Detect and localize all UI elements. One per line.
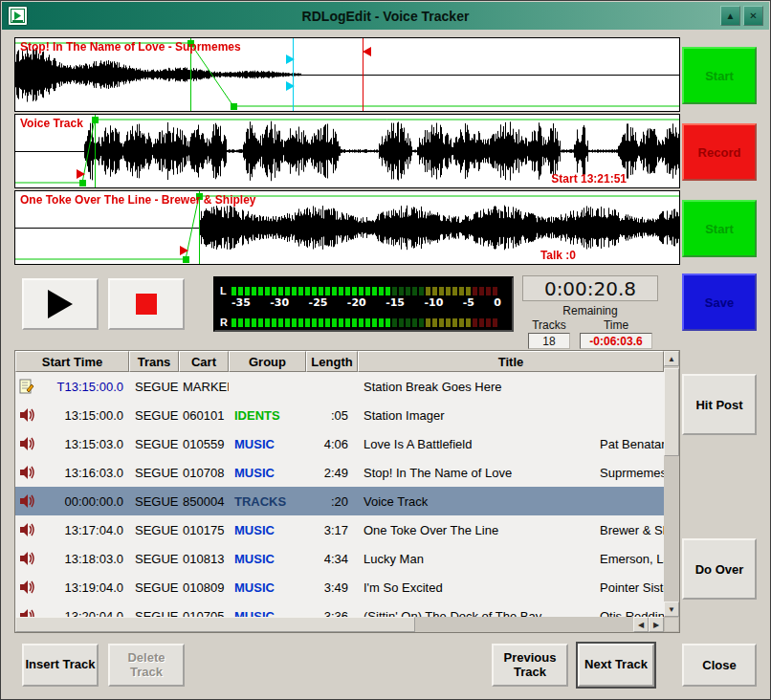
cell-cart: 010705 [179, 609, 229, 618]
cell-title: Stop! In The Name of LoveSuprmemes [358, 458, 664, 487]
horizontal-scrollbar[interactable]: ◀ ▶ [15, 617, 664, 632]
stop-button[interactable] [108, 278, 185, 330]
waveform-canvas-3[interactable] [15, 191, 679, 264]
speaker-icon [19, 407, 34, 423]
start-track1-button[interactable]: Start [682, 47, 757, 104]
insert-track-button[interactable]: Insert Track [22, 644, 99, 687]
previous-track-button[interactable]: Previous Track [492, 644, 568, 687]
cell-start-time: 13:19:04.0 [40, 580, 129, 595]
save-button[interactable]: Save [682, 273, 757, 331]
cell-start-time: T13:15:00.0 [40, 380, 129, 394]
cell-cart: 850004 [179, 494, 229, 509]
cell-length: 4:34 [306, 552, 358, 566]
cell-trans: SEGUE [129, 523, 179, 537]
row-icon-cell [15, 608, 40, 617]
table-row[interactable]: 13:15:00.0SEGUE060101IDENTS:05Station Im… [15, 401, 664, 429]
cell-trans: SEGUE [129, 466, 179, 480]
cell-title: Lucky ManEmerson, Lake [358, 544, 664, 573]
column-header-title[interactable]: Title [358, 351, 664, 372]
column-header-trans[interactable]: Trans [129, 351, 179, 372]
vscroll-track[interactable] [664, 456, 679, 602]
log-table-header: Start TimeTransCartGroupLengthTitle [15, 351, 664, 372]
cell-group: MUSIC [229, 609, 306, 618]
waveform-canvas-2[interactable] [15, 115, 679, 187]
cell-start-time: 13:17:04.0 [40, 523, 129, 537]
cell-trans: SEGUE [129, 580, 179, 595]
cell-cart: 010708 [179, 466, 229, 480]
hit-post-button[interactable]: Hit Post [682, 374, 757, 435]
waveform-canvas-1[interactable] [15, 38, 679, 111]
cell-group: MUSIC [229, 523, 306, 537]
play-icon [48, 290, 73, 318]
row-icon-cell [15, 436, 40, 451]
cell-start-time: 13:15:00.0 [40, 408, 129, 423]
cell-title: (Sittin' On) The Dock of The BayOtis Red… [358, 602, 664, 617]
table-row[interactable]: 13:18:03.0SEGUE010813MUSIC4:34Lucky ManE… [15, 544, 664, 573]
row-icon-cell [15, 551, 40, 566]
vertical-scrollbar[interactable]: ▲ ▼ [664, 351, 679, 632]
cell-start-time: 13:20:04.0 [40, 609, 129, 618]
cell-title: One Toke Over The LineBrewer & Shipley [358, 515, 664, 544]
do-over-button[interactable]: Do Over [682, 538, 757, 600]
column-header-length[interactable]: Length [306, 351, 358, 372]
column-header-group[interactable]: Group [229, 351, 306, 372]
remaining-panel: Remaining Tracks 18 Time -0:06:03.6 [522, 304, 658, 349]
next-track-button[interactable]: Next Track [578, 644, 654, 687]
column-header-cart[interactable]: Cart [179, 351, 229, 372]
hscroll-thumb[interactable] [15, 617, 415, 632]
column-header-start-time[interactable]: Start Time [15, 351, 129, 372]
scroll-left-icon[interactable]: ◀ [633, 617, 649, 632]
vscroll-thumb[interactable] [664, 368, 679, 456]
scrollbar-corner [664, 617, 679, 632]
tracks-remaining-label: Tracks [532, 318, 566, 332]
cell-cart: 010559 [179, 437, 229, 451]
waveform-panel-3: One Toke Over The Line - Brewer & Shiple… [14, 190, 680, 265]
table-row[interactable]: 13:17:04.0SEGUE010175MUSIC3:17One Toke O… [15, 515, 664, 544]
scroll-right-icon[interactable]: ▶ [649, 617, 664, 632]
cell-start-time: 00:00:00.0 [40, 494, 129, 509]
speaker-icon [19, 580, 34, 595]
cell-trans: SEGUE [129, 609, 179, 618]
cell-group: MUSIC [229, 580, 306, 595]
cell-length: 3:17 [306, 523, 358, 537]
speaker-icon [19, 493, 34, 509]
table-row[interactable]: 13:20:04.0SEGUE010705MUSIC3:36(Sittin' O… [15, 602, 664, 617]
cell-title: Station Break Goes Here [358, 372, 664, 401]
scroll-up-icon[interactable]: ▲ [664, 351, 679, 366]
table-row[interactable]: 13:16:03.0SEGUE010708MUSIC2:49Stop! In T… [15, 458, 664, 487]
maximize-button[interactable]: ▲ [720, 6, 740, 26]
cell-group: MUSIC [229, 466, 306, 480]
cell-artist: Pat Benatar [600, 437, 664, 451]
table-row[interactable]: 13:15:03.0SEGUE010559MUSIC4:06Love Is A … [15, 429, 664, 458]
audio-level-meter: L -35-30-25-20-15-10-50 R [213, 276, 514, 332]
marker-note-icon [19, 379, 34, 394]
cell-length: 3:36 [306, 609, 358, 618]
record-button[interactable]: Record [682, 123, 757, 181]
close-button[interactable]: Close [682, 644, 757, 687]
play-button[interactable] [22, 278, 99, 330]
start-track3-button[interactable]: Start [682, 200, 757, 257]
cell-start-time: 13:15:03.0 [40, 437, 129, 451]
window-close-button[interactable]: ✕ [743, 6, 763, 26]
cell-trans: SEGUE [129, 552, 179, 566]
cell-artist: Suprmemes [600, 466, 664, 480]
speaker-icon [19, 522, 34, 537]
meter-left-label: L [220, 285, 231, 296]
cell-group: MUSIC [229, 552, 306, 566]
row-icon-cell [15, 522, 40, 537]
waveform-panel-2: Voice Track Start 13:21:51 [14, 114, 680, 188]
table-row[interactable]: 13:19:04.0SEGUE010809MUSIC3:49I'm So Exc… [15, 573, 664, 602]
scroll-down-icon[interactable]: ▼ [664, 602, 679, 617]
cell-title: I'm So ExcitedPointer Sisters [358, 573, 664, 602]
cell-title: Station Imager [358, 401, 664, 429]
table-row[interactable]: 00:00:00.0SEGUE850004TRACKS:20Voice Trac… [15, 487, 664, 515]
cell-cart: 010175 [179, 523, 229, 537]
waveform-panel-1: Stop! In The Name of Love - Suprmemes [14, 37, 680, 112]
meter-scale: -35-30-25-20-15-10-50 [231, 296, 501, 309]
hscroll-track[interactable] [415, 617, 633, 632]
time-remaining-label: Time [604, 318, 628, 332]
cell-trans: SEGUE [129, 437, 179, 451]
remaining-label: Remaining [522, 304, 658, 317]
window-title: RDLogEdit - Voice Tracker [2, 9, 769, 24]
table-row[interactable]: T13:15:00.0SEGUEMARKERStation Break Goes… [15, 372, 664, 401]
